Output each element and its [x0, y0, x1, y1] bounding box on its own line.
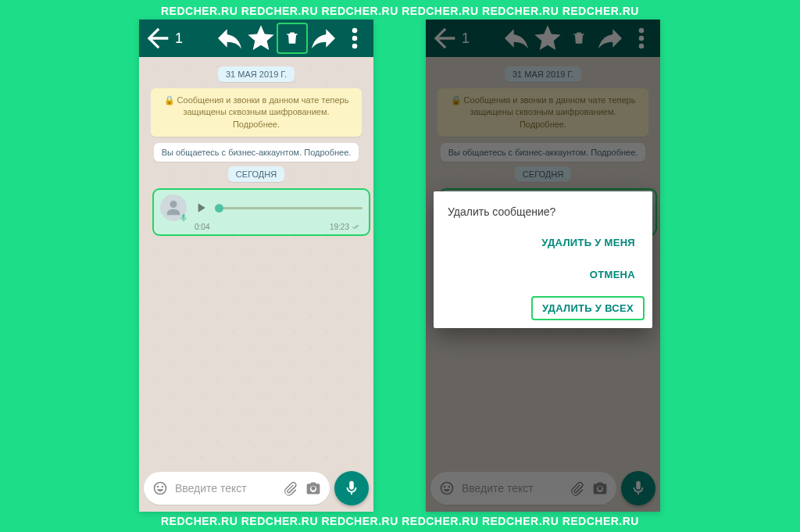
emoji-icon	[152, 480, 168, 496]
camera-button[interactable]	[305, 480, 322, 497]
voice-message-selected[interactable]: 0:04 19:23	[154, 190, 369, 234]
chat-content: 31 МАЯ 2019 Г. 🔒 Сообщения и звонки в да…	[139, 57, 373, 512]
watermark-top: REDCHER.RU REDCHER.RU REDCHER.RU REDCHER…	[0, 5, 800, 17]
message-time: 19:23	[330, 223, 349, 231]
forward-icon	[308, 23, 339, 54]
message-input[interactable]: Введите текст	[144, 472, 330, 505]
delete-for-all-button-highlighted[interactable]: УДАЛИТЬ У ВСЕХ	[531, 296, 645, 320]
delete-button-highlighted[interactable]	[277, 23, 308, 54]
trash-icon	[284, 30, 300, 46]
play-button[interactable]	[193, 200, 209, 216]
audio-track[interactable]	[215, 207, 362, 209]
reply-button[interactable]	[214, 23, 245, 54]
avatar	[160, 195, 187, 221]
cancel-button[interactable]: ОТМЕНА	[580, 264, 645, 285]
more-button[interactable]	[339, 23, 370, 54]
watermark-bottom: REDCHER.RU REDCHER.RU REDCHER.RU REDCHER…	[0, 515, 800, 527]
star-icon	[245, 23, 277, 54]
business-account-notice[interactable]: Вы общаетесь с бизнес-аккаунтом. Подробн…	[154, 143, 359, 162]
back-button[interactable]	[142, 23, 173, 54]
selection-count: 1	[175, 30, 183, 47]
date-separator: 31 МАЯ 2019 Г.	[218, 66, 295, 82]
input-bar: Введите текст	[144, 471, 369, 505]
input-placeholder: Введите текст	[175, 482, 275, 495]
today-separator: СЕГОДНЯ	[228, 166, 284, 182]
audio-thumb[interactable]	[215, 204, 223, 212]
more-vert-icon	[339, 23, 370, 54]
phone-screenshot-left: 1 31 МАЯ 2019 Г. 🔒 Сообщения и звонки в …	[139, 20, 373, 512]
phone-screenshot-right: 1 31 МАЯ 2019 Г. 🔒 Сообщения и звонки в …	[426, 20, 660, 512]
avatar-mic-badge	[179, 213, 188, 223]
star-button[interactable]	[245, 23, 277, 54]
delete-for-me-button[interactable]: УДАЛИТЬ У МЕНЯ	[532, 232, 645, 253]
attach-button[interactable]	[281, 480, 298, 497]
delivery-ticks-icon	[352, 223, 362, 231]
emoji-button[interactable]	[152, 480, 169, 497]
mic-icon	[343, 480, 360, 497]
selection-topbar: 1	[139, 20, 373, 57]
encryption-notice[interactable]: 🔒 Сообщения и звонки в данном чате тепер…	[151, 88, 362, 137]
voice-record-button[interactable]	[334, 471, 369, 505]
play-icon	[193, 200, 209, 216]
forward-button[interactable]	[308, 23, 339, 54]
arrow-left-icon	[142, 23, 173, 54]
camera-icon	[305, 480, 321, 496]
audio-duration: 0:04	[195, 223, 209, 231]
dialog-title: Удалить сообщение?	[448, 205, 645, 218]
reply-icon	[214, 23, 245, 54]
paperclip-icon	[282, 480, 298, 496]
delete-dialog: Удалить сообщение? УДАЛИТЬ У МЕНЯ ОТМЕНА…	[434, 191, 652, 328]
